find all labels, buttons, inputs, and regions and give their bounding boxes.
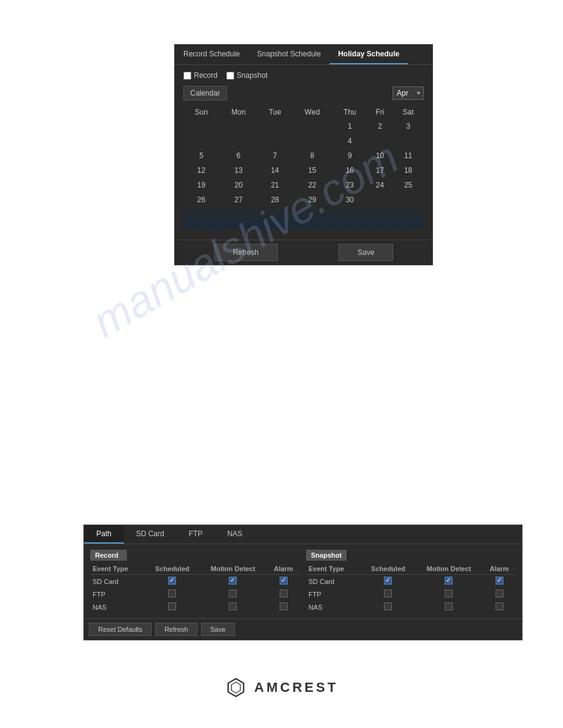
col-scheduled: Scheduled — [361, 563, 415, 575]
tab-ftp[interactable]: FTP — [177, 525, 215, 544]
day-cell[interactable]: 12 — [183, 163, 219, 178]
day-header-mon: Mon — [219, 105, 258, 119]
snapshot-nas-scheduled[interactable] — [361, 601, 415, 613]
day-cell[interactable]: 2 — [367, 119, 393, 134]
snapshot-ftp-motion[interactable] — [415, 588, 483, 601]
reset-defaults-button[interactable]: Reset Defaults — [89, 623, 151, 636]
checkbox-unchecked-icon[interactable] — [496, 602, 504, 610]
checkbox-unchecked-icon[interactable] — [168, 602, 176, 610]
day-cell[interactable]: 24 — [367, 178, 393, 192]
record-sdcard-scheduled[interactable] — [145, 575, 199, 588]
day-cell[interactable]: 16 — [332, 163, 367, 178]
record-type-nas: NAS — [90, 601, 145, 613]
record-ftp-motion[interactable] — [199, 588, 267, 601]
day-cell[interactable] — [183, 119, 219, 134]
checkbox-unchecked-icon[interactable] — [280, 602, 288, 610]
record-type-sdcard: SD Card — [90, 575, 145, 588]
save-button[interactable]: Save — [201, 623, 235, 636]
record-row-ftp: FTP — [90, 588, 300, 601]
record-sdcard-alarm[interactable] — [267, 575, 300, 588]
day-cell[interactable] — [258, 134, 292, 148]
tab-nas[interactable]: NAS — [215, 525, 255, 544]
refresh-button[interactable]: Refresh — [155, 623, 197, 636]
day-cell[interactable]: 21 — [258, 178, 292, 192]
checkbox-unchecked-icon[interactable] — [229, 602, 237, 610]
checkbox-unchecked-icon[interactable] — [496, 590, 504, 597]
record-ftp-scheduled[interactable] — [145, 588, 199, 601]
day-header-wed: Wed — [292, 105, 332, 119]
checkbox-checked-icon[interactable] — [445, 577, 453, 585]
record-ftp-alarm[interactable] — [267, 588, 300, 601]
day-cell[interactable]: 8 — [292, 148, 332, 163]
snapshot-table: Event Type Scheduled Motion Detect Alarm… — [306, 563, 516, 613]
snapshot-sdcard-scheduled[interactable] — [361, 575, 415, 588]
checkbox-checked-icon[interactable] — [384, 577, 392, 585]
tab-path[interactable]: Path — [84, 525, 124, 544]
record-nas-scheduled[interactable] — [145, 601, 199, 613]
day-cell[interactable]: 14 — [258, 163, 292, 178]
checkbox-checked-icon[interactable] — [496, 577, 504, 585]
day-cell[interactable]: 13 — [219, 163, 258, 178]
top-panel-buttons: Refresh Save — [175, 240, 432, 265]
checkbox-unchecked-icon[interactable] — [229, 590, 237, 597]
checkbox-unchecked-icon[interactable] — [445, 590, 453, 597]
checkbox-unchecked-icon[interactable] — [384, 590, 392, 597]
col-event-type: Event Type — [306, 563, 361, 575]
snapshot-nas-alarm[interactable] — [483, 601, 516, 613]
day-cell[interactable] — [292, 134, 332, 148]
day-cell[interactable]: 18 — [393, 163, 424, 178]
snapshot-nas-motion[interactable] — [415, 601, 483, 613]
col-scheduled: Scheduled — [145, 563, 199, 575]
day-cell[interactable]: 17 — [367, 163, 393, 178]
day-cell[interactable] — [219, 134, 258, 148]
snapshot-section: Snapshot Event Type Scheduled Motion Det… — [306, 549, 516, 613]
tab-holiday-schedule[interactable]: Holiday Schedule — [329, 45, 408, 64]
day-cell[interactable]: 9 — [332, 148, 367, 163]
day-cell[interactable]: 1 — [332, 119, 367, 134]
checkbox-unchecked-icon[interactable] — [168, 590, 176, 597]
record-sdcard-motion[interactable] — [199, 575, 267, 588]
snapshot-sdcard-motion[interactable] — [415, 575, 483, 588]
checkbox-unchecked-icon[interactable] — [445, 602, 453, 610]
day-cell[interactable]: 22 — [292, 178, 332, 192]
calendar-week-2: 5 6 7 8 9 10 11 — [183, 148, 424, 163]
snapshot-type-ftp: FTP — [306, 588, 361, 601]
day-cell[interactable] — [258, 119, 292, 134]
day-cell[interactable]: 19 — [183, 178, 219, 192]
day-cell[interactable]: 4 — [332, 134, 367, 148]
day-cell[interactable]: 6 — [219, 148, 258, 163]
day-cell[interactable]: 11 — [393, 148, 424, 163]
day-cell[interactable]: 5 — [183, 148, 219, 163]
day-cell[interactable]: 25 — [393, 178, 424, 192]
tab-snapshot-schedule[interactable]: Snapshot Schedule — [248, 45, 329, 64]
snapshot-checkbox-label[interactable]: Snapshot — [226, 71, 268, 80]
snapshot-ftp-alarm[interactable] — [483, 588, 516, 601]
month-select[interactable]: Jan Feb Mar Apr May Jun Jul Aug Sep Oct … — [393, 86, 424, 100]
checkbox-unchecked-icon[interactable] — [384, 602, 392, 610]
checkbox-checked-icon[interactable] — [168, 577, 176, 585]
snapshot-checkbox[interactable] — [226, 72, 234, 80]
save-button[interactable]: Save — [339, 244, 393, 261]
record-nas-alarm[interactable] — [267, 601, 300, 613]
record-checkbox-label[interactable]: Record — [183, 71, 218, 80]
refresh-button[interactable]: Refresh — [214, 244, 278, 261]
day-cell[interactable]: 15 — [292, 163, 332, 178]
day-cell[interactable]: 10 — [367, 148, 393, 163]
tab-sd-card[interactable]: SD Card — [124, 525, 177, 544]
checkbox-checked-icon[interactable] — [229, 577, 237, 585]
day-cell[interactable]: 3 — [393, 119, 424, 134]
day-cell[interactable]: 20 — [219, 178, 258, 192]
day-cell[interactable] — [183, 134, 219, 148]
snapshot-ftp-scheduled[interactable] — [361, 588, 415, 601]
checkbox-checked-icon[interactable] — [280, 577, 288, 585]
checkbox-unchecked-icon[interactable] — [280, 590, 288, 597]
day-cell[interactable]: 23 — [332, 178, 367, 192]
day-cell[interactable] — [292, 119, 332, 134]
snapshot-sdcard-alarm[interactable] — [483, 575, 516, 588]
record-nas-motion[interactable] — [199, 601, 267, 613]
day-header-thu: Thu — [332, 105, 367, 119]
day-cell[interactable]: 7 — [258, 148, 292, 163]
tab-record-schedule[interactable]: Record Schedule — [175, 45, 248, 64]
day-cell[interactable] — [219, 119, 258, 134]
record-checkbox[interactable] — [183, 72, 191, 80]
